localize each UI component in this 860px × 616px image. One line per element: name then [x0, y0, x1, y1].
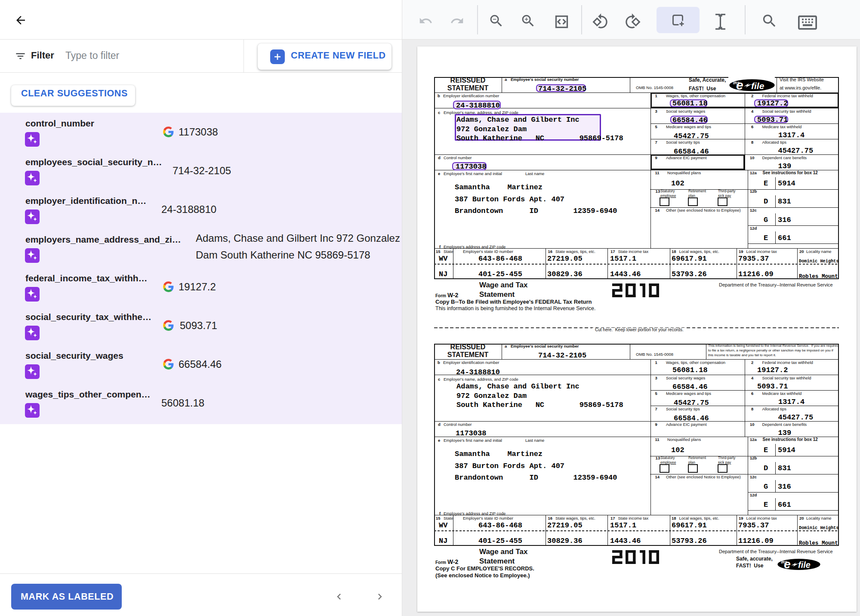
svg-text:file: file	[751, 80, 764, 90]
svg-text:file: file	[798, 560, 811, 570]
svg-text:e: e	[736, 79, 743, 91]
svg-text:e: e	[784, 558, 791, 570]
